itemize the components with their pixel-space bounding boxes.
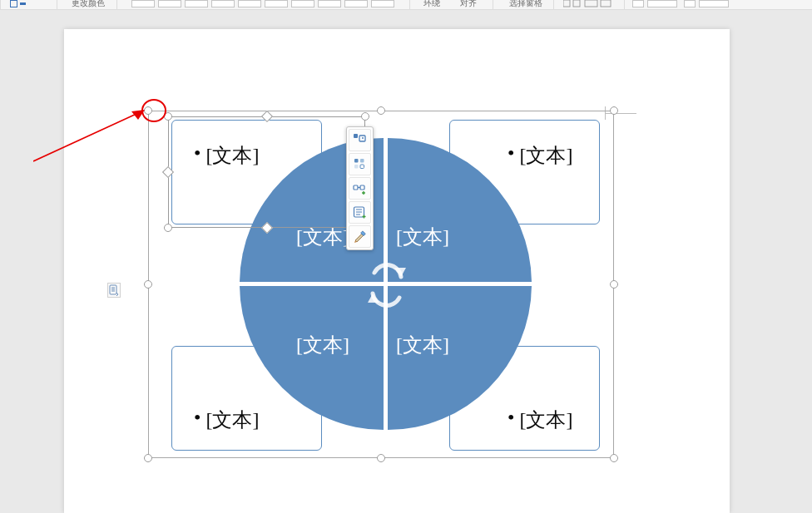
ribbon-cell-1[interactable]	[2, 0, 35, 8]
svg-rect-20	[354, 185, 358, 190]
ribbon-style-gallery[interactable]	[123, 0, 402, 8]
svg-rect-2	[585, 0, 597, 7]
svg-rect-17	[360, 159, 364, 163]
svg-rect-16	[354, 159, 359, 163]
add-shape-icon	[353, 181, 367, 195]
mini-format-painter-button[interactable]	[349, 225, 371, 248]
ribbon-align[interactable]: 对齐	[456, 0, 481, 8]
ribbon-change-color[interactable]: 更改颜色	[63, 0, 113, 8]
mini-change-colors-button[interactable]	[349, 153, 371, 175]
ribbon-strip: 更改颜色 环绕 对齐 选择窗格	[0, 0, 812, 10]
svg-rect-3	[601, 0, 611, 7]
ribbon-select-pane[interactable]: 选择窗格	[503, 0, 548, 8]
ribbon-group-misc[interactable]	[559, 0, 617, 8]
layout-icon	[353, 133, 367, 147]
paste-options-tag[interactable]	[107, 283, 121, 298]
format-painter-icon	[353, 229, 367, 244]
svg-rect-12	[354, 134, 358, 138]
mini-text-pane-button[interactable]	[349, 201, 371, 224]
mini-layout-button[interactable]	[349, 129, 371, 151]
smartart-mini-toolbar	[346, 126, 374, 250]
change-colors-icon	[353, 157, 367, 171]
ribbon-size-group[interactable]	[631, 0, 730, 8]
svg-rect-1	[573, 0, 580, 7]
svg-rect-21	[360, 185, 364, 190]
svg-rect-0	[563, 0, 570, 7]
inner-shape-selection[interactable]	[168, 116, 365, 228]
text-pane-icon	[353, 205, 367, 220]
mini-add-shape-button[interactable]	[349, 177, 371, 200]
ribbon-wrap-text[interactable]: 环绕	[419, 0, 444, 8]
svg-rect-18	[354, 165, 359, 169]
svg-rect-19	[360, 165, 364, 169]
